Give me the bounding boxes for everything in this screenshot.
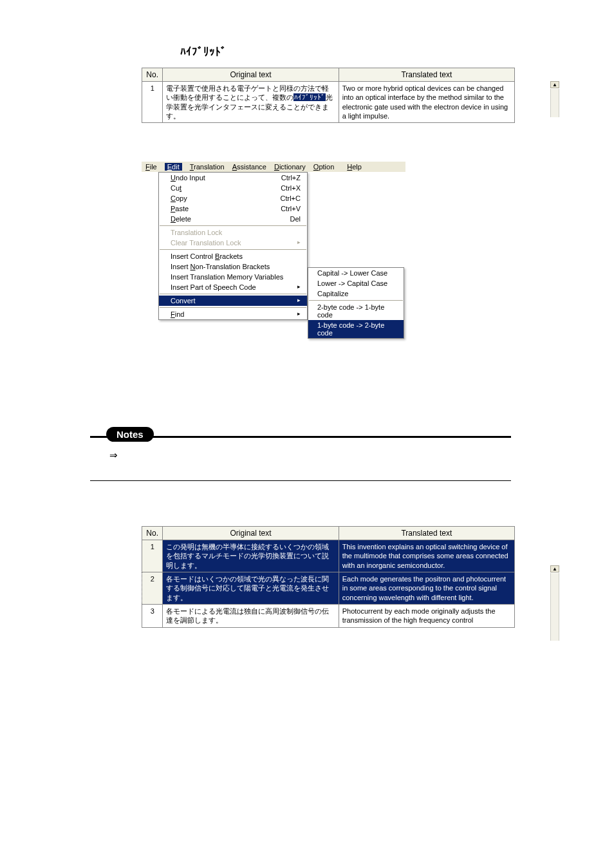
- menu-paste[interactable]: PasteCtrl+V: [159, 203, 307, 214]
- menu-dictionary[interactable]: Dictionary: [274, 163, 306, 171]
- menu-separator: [160, 294, 306, 294]
- row-original[interactable]: この発明は無機の半導体に接続するいくつかの領域を包括するマルチモードの光学切換装…: [163, 540, 339, 572]
- menu-separator: [160, 225, 306, 226]
- menu-edit[interactable]: Edit: [165, 163, 182, 171]
- menu-undo[interactable]: Undo InputCtrl+Z: [159, 173, 307, 183]
- chevron-right-icon: ▸: [297, 283, 301, 291]
- submenu-capital-lower[interactable]: Capital -> Lower Case: [308, 268, 404, 278]
- translation-table-1: No. Original text Translated text 1 電子装置…: [142, 68, 515, 123]
- menubar: File Edit Translation Assistance Diction…: [142, 162, 405, 172]
- row-translated[interactable]: Photocurrent by each mode originally adj…: [339, 604, 514, 627]
- menu-insert-pos-code[interactable]: Insert Part of Speech Code▸: [159, 282, 307, 292]
- menu-option[interactable]: Option: [313, 163, 334, 171]
- row-original[interactable]: 各モードはいくつかの領域で光の異なった波長に関する制御信号に対応して陽電子と光電…: [163, 572, 339, 605]
- menu-translation[interactable]: Translation: [190, 163, 225, 171]
- shortcut: Ctrl+X: [281, 184, 301, 192]
- row-no: 3: [142, 604, 163, 627]
- row-original[interactable]: 各モードによる光電流は独自に高周波制御信号の伝達を調節します。: [163, 604, 339, 627]
- menu-translation-lock: Translation Lock: [159, 227, 307, 238]
- col-translated: Translated text: [339, 68, 514, 82]
- menu-assistance[interactable]: Assistance: [232, 163, 266, 171]
- scroll-up-icon[interactable]: ▲: [550, 81, 559, 88]
- row-translated[interactable]: Two or more hybrid optical devices can b…: [339, 82, 514, 123]
- table-row[interactable]: 3 各モードによる光電流は独自に高周波制御信号の伝達を調節します。 Photoc…: [142, 604, 515, 627]
- col-original: Original text: [163, 527, 339, 540]
- row-original[interactable]: 電子装置で使用される電子ゲートと同様の方法で軽い衝動を使用することによって、複数…: [163, 82, 339, 123]
- search-term: ﾊｲﾌﾞﾘｯﾄﾞ: [180, 45, 550, 58]
- shortcut: Ctrl+Z: [281, 174, 301, 182]
- shortcut: Ctrl+V: [281, 205, 301, 212]
- col-original: Original text: [163, 68, 339, 82]
- convert-submenu: Capital -> Lower Case Lower -> Capital C…: [308, 267, 404, 339]
- submenu-2byte-1byte[interactable]: 2-byte code -> 1-byte code: [308, 302, 404, 320]
- menu-insert-control-brackets[interactable]: Insert Control Brackets: [159, 251, 307, 261]
- submenu-capitalize[interactable]: Capitalize: [308, 288, 404, 299]
- col-no: No.: [142, 68, 163, 82]
- table-row[interactable]: 1 電子装置で使用される電子ゲートと同様の方法で軽い衝動を使用することによって、…: [142, 82, 515, 123]
- menu-copy[interactable]: CopyCtrl+C: [159, 193, 307, 203]
- table-row[interactable]: 1 この発明は無機の半導体に接続するいくつかの領域を包括するマルチモードの光学切…: [142, 540, 515, 572]
- row-no: 2: [142, 572, 163, 605]
- scroll-up-icon[interactable]: ▲: [550, 565, 559, 572]
- submenu-lower-capital[interactable]: Lower -> Capital Case: [308, 278, 404, 288]
- menu-clear-translation-lock: Clear Translation Lock▸: [159, 238, 307, 248]
- menu-separator: [309, 300, 403, 301]
- scrollbar-track[interactable]: [550, 89, 559, 117]
- menu-cut[interactable]: CutCtrl+X: [159, 183, 307, 193]
- menu-help[interactable]: Help: [347, 163, 362, 171]
- col-translated: Translated text: [339, 527, 514, 540]
- shortcut: Del: [290, 215, 301, 223]
- menu-convert[interactable]: Convert▸: [159, 296, 307, 306]
- chevron-right-icon: ▸: [297, 310, 301, 318]
- arrow-icon: ⇒: [109, 449, 550, 461]
- menu-separator: [160, 249, 306, 250]
- divider: [90, 480, 511, 481]
- submenu-1byte-2byte[interactable]: 1-byte code -> 2-byte code: [308, 320, 404, 338]
- notes-badge: Notes: [106, 427, 154, 442]
- row-no: 1: [142, 540, 163, 572]
- menu-delete[interactable]: DeleteDel: [159, 214, 307, 224]
- scrollbar-track[interactable]: [550, 573, 559, 640]
- translation-table-2: No. Original text Translated text 1 この発明…: [142, 526, 515, 627]
- highlighted-term: ﾊｲﾌﾞﾘｯﾄﾞ: [293, 93, 326, 101]
- table-row[interactable]: 2 各モードはいくつかの領域で光の異なった波長に関する制御信号に対応して陽電子と…: [142, 572, 515, 605]
- row-no: 1: [142, 82, 163, 123]
- shortcut: Ctrl+C: [281, 194, 301, 202]
- menu-insert-non-translation[interactable]: Insert Non-Translation Brackets: [159, 261, 307, 272]
- chevron-right-icon: ▸: [297, 297, 301, 305]
- menu-file[interactable]: File: [145, 163, 157, 171]
- menu-insert-tm-variables[interactable]: Insert Translation Memory Variables: [159, 272, 307, 282]
- chevron-right-icon: ▸: [297, 239, 301, 247]
- col-no: No.: [142, 527, 163, 540]
- row-translated[interactable]: This invention explains an optical switc…: [339, 540, 514, 572]
- edit-dropdown: Undo InputCtrl+Z CutCtrl+X CopyCtrl+C Pa…: [158, 172, 308, 320]
- menu-find[interactable]: Find▸: [159, 309, 307, 319]
- row-translated[interactable]: Each mode generates the positron and pho…: [339, 572, 514, 605]
- menu-separator: [160, 307, 306, 308]
